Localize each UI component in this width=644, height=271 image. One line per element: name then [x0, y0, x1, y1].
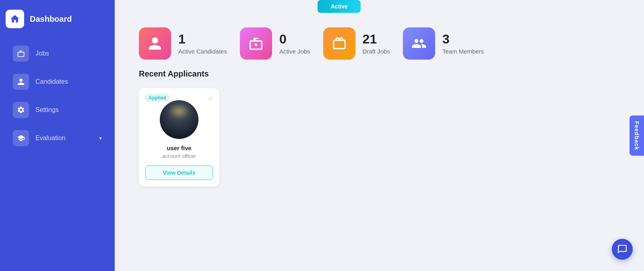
stat-card-active-jobs: 0 Active Jobs — [240, 27, 310, 60]
team-members-number: 3 — [442, 32, 484, 46]
sidebar-item-evaluation[interactable]: Evaluation ▾ — [6, 125, 109, 151]
sidebar-logo-box — [6, 10, 24, 28]
active-jobs-number: 0 — [279, 32, 310, 46]
briefcase-icon — [17, 50, 25, 58]
applicant-badge: Applied — [144, 94, 170, 102]
avatar-light — [171, 107, 187, 115]
draft-jobs-icon-box — [323, 27, 355, 60]
draft-jobs-info: 21 Draft Jobs — [363, 32, 390, 55]
active-jobs-label: Active Jobs — [279, 48, 310, 55]
sidebar-nav: Jobs Candidates Settings — [0, 36, 115, 155]
active-candidates-icon-box — [139, 27, 171, 60]
team-icon — [411, 36, 427, 51]
topnav-active-btn[interactable]: Active — [318, 0, 360, 13]
sidebar-title: Dashboard — [30, 14, 72, 24]
sidebar-item-candidates[interactable]: Candidates — [6, 68, 109, 95]
user-icon — [17, 78, 25, 86]
sidebar-item-candidates-label: Candidates — [35, 78, 102, 85]
topnav-partial: Active — [115, 0, 644, 15]
applicant-card-user-five: Applied ☆ user five account officer View… — [139, 88, 219, 186]
home-icon — [10, 14, 20, 24]
draft-jobs-label: Draft Jobs — [363, 48, 390, 55]
sidebar: Dashboard Jobs Candidates — [0, 0, 115, 271]
sidebar-header: Dashboard — [0, 4, 115, 36]
gear-icon — [17, 106, 25, 114]
briefcase-icon-3 — [332, 36, 347, 51]
chat-button[interactable] — [612, 239, 633, 260]
stat-card-active-candidates: 1 Active Candidates — [139, 27, 227, 60]
sidebar-item-settings[interactable]: Settings — [6, 97, 109, 123]
stat-card-team-members: 3 Team Members — [403, 27, 484, 60]
active-candidates-number: 1 — [178, 32, 227, 46]
settings-icon-box — [13, 102, 29, 118]
stat-card-draft-jobs: 21 Draft Jobs — [323, 27, 390, 60]
active-jobs-info: 0 Active Jobs — [279, 32, 310, 55]
main-content: Active 1 Active Candidates 0 — [115, 0, 644, 271]
view-details-button[interactable]: View Details — [145, 165, 213, 180]
briefcase-icon-2 — [248, 36, 264, 51]
team-members-icon-box — [403, 27, 435, 60]
applicant-role: account officer — [162, 153, 196, 159]
applicant-name: user five — [167, 145, 192, 151]
sidebar-item-jobs[interactable]: Jobs — [6, 40, 109, 67]
applicants-list: Applied ☆ user five account officer View… — [139, 88, 620, 186]
candidates-icon-box — [13, 74, 29, 90]
feedback-tab[interactable]: Feedback — [630, 115, 644, 156]
star-icon[interactable]: ☆ — [207, 94, 214, 103]
sidebar-item-settings-label: Settings — [35, 106, 102, 114]
recent-applicants-section: Recent Applicants Applied ☆ user five ac… — [115, 69, 644, 199]
sidebar-item-evaluation-label: Evaluation — [35, 134, 93, 142]
evaluation-icon-box — [13, 130, 29, 146]
sidebar-item-jobs-label: Jobs — [35, 50, 102, 57]
avatar-image — [160, 100, 198, 139]
active-candidates-info: 1 Active Candidates — [178, 32, 227, 55]
chevron-down-icon: ▾ — [99, 135, 102, 141]
graduation-icon — [17, 134, 25, 142]
team-members-label: Team Members — [442, 48, 484, 55]
stats-section: 1 Active Candidates 0 Active Jobs — [115, 15, 644, 69]
active-candidates-label: Active Candidates — [178, 48, 227, 55]
recent-applicants-title: Recent Applicants — [139, 69, 620, 79]
chat-icon — [617, 244, 627, 254]
draft-jobs-number: 21 — [363, 32, 390, 46]
applicant-avatar — [160, 100, 198, 139]
team-members-info: 3 Team Members — [442, 32, 484, 55]
jobs-icon-box — [13, 46, 29, 62]
person-icon — [147, 36, 163, 51]
active-jobs-icon-box — [240, 27, 272, 60]
